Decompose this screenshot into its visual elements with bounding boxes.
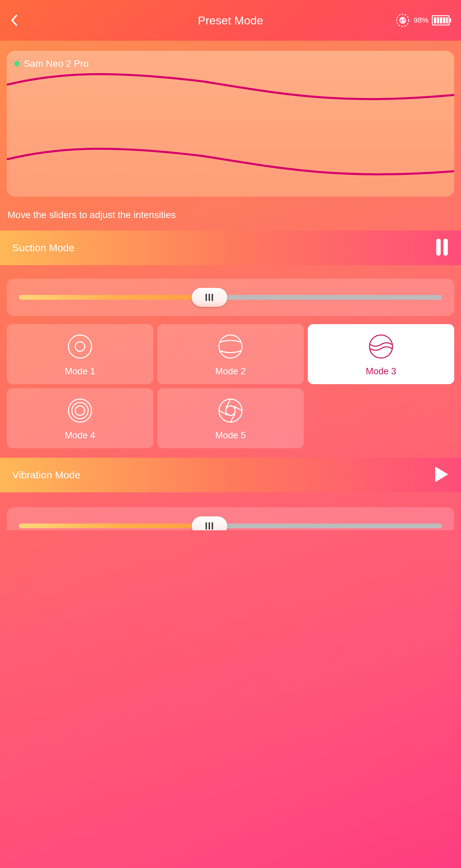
mode-5-label: Mode 5 [215, 430, 246, 441]
battery-icon [432, 15, 452, 25]
waveform-2 [7, 146, 454, 186]
mode-2-icon [218, 334, 243, 359]
device-label: Sam Neo 2 Pro [14, 58, 447, 69]
suction-mode-grid: Mode 1 Mode 2 Mode 3 [7, 324, 454, 448]
svg-rect-9 [436, 239, 441, 256]
mode-3-icon [368, 334, 394, 359]
mode-1-button[interactable]: Mode 1 [7, 324, 153, 384]
connection-icon[interactable] [395, 13, 410, 28]
battery-percent: 98% [414, 16, 428, 25]
mode-3-button[interactable]: Mode 3 [308, 324, 454, 384]
app-root: Preset Mode 98% [0, 0, 461, 868]
mode-1-label: Mode 1 [65, 366, 95, 377]
pause-button[interactable] [435, 239, 449, 257]
chevron-left-icon [11, 14, 18, 26]
svg-rect-3 [450, 18, 451, 22]
mode-4-icon [67, 398, 93, 423]
mode-4-label: Mode 4 [65, 430, 95, 441]
vibration-slider-thumb[interactable] [192, 516, 227, 530]
svg-point-12 [75, 342, 85, 351]
svg-point-14 [369, 335, 393, 358]
header: Preset Mode 98% [0, 0, 461, 41]
page-title: Preset Mode [198, 14, 263, 27]
svg-rect-5 [437, 17, 439, 23]
svg-point-19 [226, 406, 235, 415]
svg-rect-6 [440, 17, 442, 23]
mode-1-icon [67, 334, 93, 359]
vibration-slider-card [7, 507, 454, 530]
svg-rect-7 [443, 17, 445, 23]
mode-2-label: Mode 2 [215, 366, 246, 377]
suction-slider[interactable] [19, 295, 442, 300]
suction-section-bar: Suction Mode [0, 231, 461, 265]
mode-5-button[interactable]: Mode 5 [157, 388, 304, 448]
vibration-title: Vibration Mode [12, 469, 80, 481]
svg-rect-10 [443, 239, 448, 256]
suction-slider-thumb[interactable] [192, 288, 227, 307]
svg-point-11 [68, 335, 92, 358]
waveform-card: Sam Neo 2 Pro [7, 51, 454, 197]
status-area: 98% [395, 13, 452, 28]
mode-3-label: Mode 3 [366, 366, 396, 377]
svg-point-17 [75, 406, 85, 415]
svg-point-13 [219, 335, 242, 358]
back-button[interactable] [9, 15, 20, 25]
mode-4-button[interactable]: Mode 4 [7, 388, 153, 448]
svg-rect-4 [434, 17, 436, 23]
status-dot-icon [14, 61, 20, 66]
suction-title: Suction Mode [12, 242, 74, 254]
device-name: Sam Neo 2 Pro [24, 58, 88, 69]
play-button[interactable] [434, 466, 449, 484]
waveform-1 [7, 71, 454, 112]
suction-slider-card [7, 279, 454, 316]
mode-5-icon [218, 398, 243, 423]
svg-point-18 [219, 399, 242, 422]
vibration-slider[interactable] [19, 524, 442, 528]
instruction-text: Move the sliders to adjust the intensiti… [7, 210, 454, 220]
content-area: Sam Neo 2 Pro Move the sliders to adjust… [0, 41, 461, 868]
svg-rect-8 [446, 17, 448, 23]
mode-2-button[interactable]: Mode 2 [157, 324, 304, 384]
svg-point-16 [72, 402, 88, 419]
vibration-section-bar: Vibration Mode [0, 458, 461, 492]
